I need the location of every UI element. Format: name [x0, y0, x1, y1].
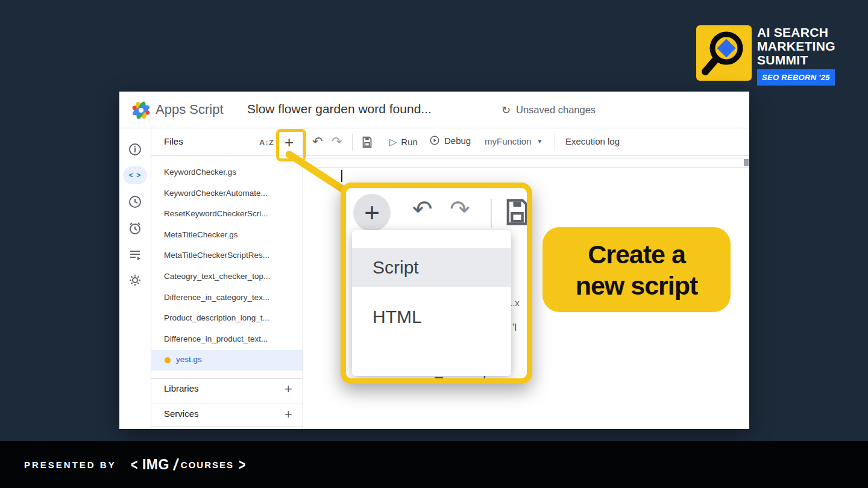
panel-bottom-divider: [151, 427, 303, 427]
gs-file-dot-icon: [165, 357, 171, 363]
selected-file-label: yest.gs: [176, 355, 202, 364]
files-heading: Files: [164, 136, 183, 146]
services-divider: [151, 404, 303, 404]
add-service-button[interactable]: +: [285, 407, 292, 422]
menu-item-html[interactable]: HTML: [352, 298, 511, 336]
presented-by-label: PRESENTED BY: [24, 460, 116, 470]
file-item[interactable]: KeywordCheckerAutomate...: [164, 186, 268, 201]
img-wordmark: IMG: [142, 457, 169, 473]
summit-line1: AI SEARCH: [757, 25, 835, 39]
libraries-label: Libraries: [164, 383, 199, 393]
debug-button[interactable]: Debug: [429, 135, 471, 146]
settings-gear-icon[interactable]: [128, 273, 142, 287]
text-cursor: [341, 170, 342, 182]
file-item[interactable]: ResetKeywordCheckerScri...: [164, 207, 268, 221]
debug-label: Debug: [444, 136, 471, 146]
summit-line2: MARKETING: [757, 39, 835, 53]
file-item[interactable]: Difference_in_category_tex...: [164, 290, 269, 305]
menu-item-script[interactable]: Script: [352, 248, 511, 287]
undo-icon-zoomed: ↶: [412, 195, 433, 223]
courses-wordmark: COURSES: [181, 460, 234, 470]
brand-name: Apps Script: [156, 102, 224, 117]
toolbar-divider: [151, 155, 749, 156]
services-label: Services: [164, 408, 199, 419]
summit-badge: SEO REBORN '25: [757, 69, 835, 86]
editor-scrollbar[interactable]: [744, 159, 749, 166]
footer-bar: PRESENTED BY < IMG / COURSES >: [0, 441, 868, 488]
toolbar-sep-1: [352, 134, 353, 151]
rail-divider: [151, 128, 151, 429]
project-history-icon[interactable]: [128, 195, 142, 209]
run-icon: ▷: [389, 136, 397, 148]
add-library-button[interactable]: +: [285, 381, 292, 397]
magnifier-logo-icon: [696, 25, 752, 81]
file-item[interactable]: Cateogry_text_checker_top...: [164, 269, 270, 284]
panel-divider: [303, 128, 303, 429]
libraries-divider: [151, 378, 303, 379]
editor-code-icon[interactable]: < >: [123, 166, 147, 184]
chevron-right-icon: >: [239, 455, 245, 474]
summit-line3: SUMMIT: [757, 53, 835, 67]
save-icon[interactable]: [360, 136, 374, 149]
popup-toolbar-sep: [491, 199, 492, 228]
header-divider: [119, 128, 749, 128]
callout-line2: new script: [576, 270, 698, 301]
function-name: myFunction: [485, 136, 532, 146]
executions-icon[interactable]: [128, 248, 142, 262]
toolbar-sep-2: [555, 134, 555, 151]
apps-script-logo-icon: [130, 99, 152, 121]
sort-az-icon[interactable]: A↕Z: [259, 138, 274, 147]
editor-gutter-divider: [303, 167, 749, 168]
redo-icon[interactable]: ↷: [332, 134, 342, 149]
file-item[interactable]: Difference_in_product_text...: [164, 332, 268, 346]
redo-icon-zoomed: ↷: [450, 195, 470, 223]
save-status: Unsaved changes: [516, 104, 596, 116]
callout-bubble: Create a new script: [542, 227, 731, 312]
summit-logo: AI SEARCH MARKETING SUMMIT SEO REBORN '2…: [696, 25, 835, 86]
zoom-popup: + ↶ ↷ ..x 'l ≡ ƒ Script HTML: [341, 183, 532, 384]
editor-top-divider: [303, 158, 749, 158]
run-label: Run: [401, 137, 418, 147]
img-courses-logo: < IMG / COURSES >: [130, 455, 247, 474]
save-icon-zoomed: [502, 196, 532, 228]
slide-canvas: AI SEARCH MARKETING SUMMIT SEO REBORN '2…: [0, 0, 868, 488]
debug-icon: [429, 135, 440, 146]
chevron-down-icon: ▼: [537, 138, 543, 145]
editor-fragment: 'l: [512, 322, 517, 334]
editor-fragment: ..x: [510, 298, 520, 308]
overview-info-icon[interactable]: [128, 142, 142, 157]
file-item-selected[interactable]: yest.gs: [151, 350, 303, 371]
triggers-alarm-icon[interactable]: [128, 221, 142, 236]
sync-icon: ↻: [502, 104, 511, 117]
execution-log-button[interactable]: Execution log: [565, 136, 620, 146]
undo-icon[interactable]: ↶: [312, 134, 323, 149]
new-file-menu: Script HTML: [352, 230, 511, 376]
project-title[interactable]: Slow flower garden word found...: [247, 102, 432, 116]
magnifier-icon: [696, 25, 752, 81]
run-button[interactable]: ▷ Run: [389, 136, 418, 148]
callout-line1: Create a: [588, 239, 685, 270]
file-item[interactable]: MetaTitleCheckerScriptRes...: [164, 248, 269, 263]
file-item[interactable]: KeywordChecker.gs: [164, 165, 236, 180]
chevron-left-icon: <: [131, 455, 137, 474]
function-selector[interactable]: myFunction ▼: [485, 136, 542, 146]
file-item[interactable]: Product_description_long_t...: [164, 311, 269, 325]
slash-icon: /: [174, 456, 178, 474]
add-file-button-zoomed[interactable]: +: [353, 194, 391, 231]
file-item[interactable]: MetaTitleChecker.gs: [164, 228, 238, 242]
